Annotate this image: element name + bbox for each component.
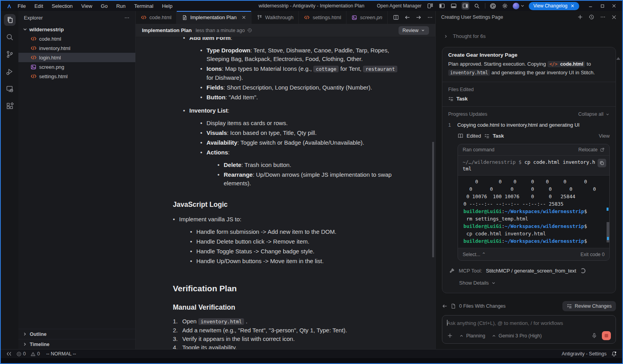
timeline-section[interactable]: Timeline	[18, 339, 135, 349]
doc-text: Open	[182, 318, 198, 325]
arrow-left-icon[interactable]	[442, 303, 447, 309]
statusbar-context-label[interactable]: Antigravity - Settings	[562, 351, 607, 357]
menu-selection[interactable]: Selection	[48, 2, 76, 10]
doc-text: :	[231, 37, 232, 41]
task-name: Task	[493, 133, 504, 139]
panel-scroll-up[interactable]	[616, 57, 620, 60]
toggle-right-panel-icon[interactable]	[461, 2, 469, 10]
file-settings-html[interactable]: settings.html	[18, 72, 135, 81]
doc-text: Button	[206, 94, 225, 100]
select-dropdown[interactable]: Select... ⌃	[463, 251, 486, 257]
editor-area: code.html Implementation Plan Walkthroug…	[136, 11, 435, 349]
timeline-label: Timeline	[30, 342, 49, 347]
review-changes-button[interactable]: Review Changes	[562, 301, 616, 311]
menu-edit[interactable]: Edit	[31, 2, 47, 10]
menu-go[interactable]: Go	[97, 2, 111, 10]
doc-step: Toggle its availability.	[182, 343, 398, 349]
maximize-button[interactable]	[597, 2, 607, 10]
account-menu[interactable]	[513, 3, 525, 9]
panel-more-icon[interactable]	[600, 14, 606, 20]
antigravity-menu-icon[interactable]	[489, 2, 497, 10]
editor-scrollbar[interactable]	[432, 142, 434, 257]
microphone-icon[interactable]	[591, 333, 597, 339]
file-inventory-html[interactable]: inventory.html	[18, 43, 135, 53]
menu-help[interactable]: Help	[158, 2, 176, 10]
doc-heading-manual-verification: Manual Verification	[173, 303, 398, 312]
tab-code-html[interactable]: code.html	[136, 11, 177, 24]
view-changelog-button[interactable]: View Changelog	[529, 2, 579, 10]
run-debug-icon[interactable]	[4, 66, 16, 77]
changelog-close-icon[interactable]	[571, 4, 575, 8]
review-button[interactable]: Review	[399, 26, 429, 35]
copy-command-icon[interactable]	[598, 159, 606, 167]
file-chip-code-html[interactable]: </> code.html	[548, 61, 585, 67]
agent-manager-icon[interactable]	[426, 2, 434, 10]
menu-file[interactable]: File	[14, 2, 29, 10]
folder-wildernesstrip[interactable]: wildernesstrip	[18, 25, 135, 34]
file-chip-inventory-html[interactable]: inventory.html	[448, 70, 490, 76]
search-icon[interactable]	[473, 2, 481, 10]
new-conversation-icon[interactable]	[577, 14, 583, 20]
stop-button[interactable]	[602, 331, 611, 340]
task-card-body: Plan approved. Starting execution. Copyi…	[448, 60, 610, 77]
menu-view[interactable]: View	[78, 2, 96, 10]
prompt-dollar: $	[584, 208, 587, 214]
explorer-more-icon[interactable]	[124, 15, 130, 21]
agent-timeline[interactable]: Thought for 6s Create Gear Inventory Pag…	[436, 23, 622, 297]
close-button[interactable]	[609, 2, 619, 10]
model-selector[interactable]: Gemini 3 Pro (High)	[492, 333, 542, 339]
notifications-bell-icon[interactable]	[611, 351, 617, 357]
minimize-button[interactable]	[585, 2, 596, 10]
tab-settings-html[interactable]: settings.html	[299, 11, 347, 24]
open-agent-manager-label[interactable]: Open Agent Manager	[377, 3, 422, 9]
file-login-html[interactable]: login.html	[18, 53, 135, 62]
settings-gear-icon[interactable]	[501, 2, 509, 10]
warning-count[interactable]: 0	[31, 351, 40, 357]
files-edited-task[interactable]: Task	[448, 96, 610, 102]
planning-mode-selector[interactable]: Planning	[459, 333, 485, 339]
file-code-html[interactable]: code.html	[18, 34, 135, 43]
select-label: Select...	[463, 252, 480, 257]
doc-text: : Map types to Material Icons (e.g.,	[222, 65, 313, 72]
chat-input-box[interactable]: Planning Gemini 3 Pro (High)	[442, 315, 616, 344]
document-body[interactable]: Add Item Form: Type Dropdown: Tent, Stov…	[136, 37, 435, 349]
doc-heading-verification-plan: Verification Plan	[173, 284, 398, 293]
file-screen-png[interactable]: screen.png	[18, 62, 135, 72]
search-sidebar-icon[interactable]	[4, 31, 16, 43]
toggle-left-panel-icon[interactable]	[438, 2, 446, 10]
explorer-icon[interactable]	[4, 14, 16, 26]
relocate-button[interactable]: Relocate	[578, 147, 605, 152]
terminal-output[interactable]: 0 0 0 0 0 0 0 0 0 0 0 0 0 0 0 10 0 10076…	[458, 175, 609, 248]
menu-run[interactable]: Run	[113, 2, 129, 10]
app-window: File Edit Selection View Go Run Terminal…	[0, 0, 623, 364]
menu-terminal[interactable]: Terminal	[131, 2, 157, 10]
tab-label: screen.pn	[360, 14, 382, 20]
history-icon[interactable]	[247, 28, 252, 33]
error-count[interactable]: 0	[16, 351, 26, 357]
tab-implementation-plan[interactable]: Implementation Plan	[177, 11, 251, 24]
tab-walkthrough[interactable]: Walkthrough	[251, 11, 299, 24]
remote-indicator-icon[interactable]	[6, 351, 12, 357]
nav-back-icon[interactable]	[404, 14, 410, 20]
extensions-icon[interactable]	[4, 100, 16, 112]
view-link[interactable]: View	[599, 133, 610, 139]
show-details-toggle[interactable]: Show Details	[459, 280, 610, 286]
terminal-command-line[interactable]: ~/…/wildernesstrip $ cp code.html invent…	[458, 156, 609, 175]
doc-text: :	[228, 149, 230, 156]
panel-close-icon[interactable]	[611, 14, 617, 20]
toggle-bottom-panel-icon[interactable]	[450, 2, 458, 10]
collapse-all-toggle[interactable]: Collapse all	[578, 111, 610, 117]
split-editor-icon[interactable]	[393, 14, 399, 20]
outline-section[interactable]: Outline	[18, 329, 135, 339]
nav-forward-icon[interactable]	[416, 14, 422, 20]
add-context-icon[interactable]	[447, 333, 453, 339]
tab-close-icon[interactable]	[242, 15, 246, 20]
remote-explorer-icon[interactable]	[4, 83, 16, 95]
chat-input[interactable]	[447, 320, 611, 326]
more-actions-icon[interactable]	[427, 14, 433, 20]
conversation-history-icon[interactable]	[589, 14, 594, 20]
source-control-icon[interactable]	[4, 48, 16, 60]
error-icon	[16, 351, 22, 357]
thought-toggle[interactable]: Thought for 6s	[442, 33, 616, 39]
tab-screen-png[interactable]: screen.pn	[347, 11, 388, 24]
